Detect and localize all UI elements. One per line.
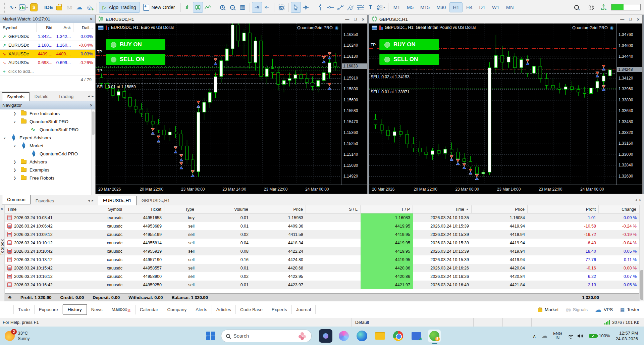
taskbar-app-chrome[interactable] — [391, 329, 405, 343]
buy-on-button[interactable]: BUY ON — [106, 39, 165, 50]
vertical-line-tool-button[interactable] — [315, 2, 325, 13]
cloud-button[interactable]: ☁ — [74, 2, 85, 13]
new-chart-button[interactable]: ∿▾ — [8, 2, 18, 13]
screenshot-button[interactable] — [276, 2, 286, 13]
language-indicator[interactable]: ENGIN — [553, 332, 562, 340]
timeframe-w1[interactable]: W1 — [489, 3, 502, 12]
history-column-header-change[interactable]: Change — [599, 205, 639, 213]
tab-symbols[interactable]: Symbols — [2, 92, 30, 101]
deposit-button[interactable]: $ — [29, 2, 39, 13]
new-order-button[interactable]: New Order — [140, 2, 178, 13]
history-row[interactable]: 2026.03.24 10:10:42xauusdc44955919sell0.… — [5, 247, 639, 255]
column-header[interactable]: Symbol — [0, 25, 36, 30]
timeframe-h4[interactable]: H4 — [463, 3, 476, 12]
expand-icon[interactable]: ❯ — [13, 168, 16, 172]
chart-tab-eurusdc,h1[interactable]: EURUSDc,H1 — [98, 196, 137, 205]
timeframe-m5[interactable]: M5 — [404, 3, 417, 12]
toolbox-tab-mailbox[interactable]: Mailbox11 — [107, 305, 136, 315]
level-up-button[interactable]: ⇧LVL — [601, 5, 606, 10]
taskbar-clock[interactable]: 12:57 PM24-03-2026 — [616, 330, 638, 342]
timeframe-m1[interactable]: M1 — [390, 3, 403, 12]
toolbox-tab-exposure[interactable]: Exposure — [35, 305, 63, 314]
navigator-item-market[interactable]: ∨Market — [0, 142, 95, 150]
toolbox-tab-experts[interactable]: Experts — [267, 305, 292, 314]
buy-on-button[interactable]: BUY ON — [379, 39, 439, 50]
history-column-header-time[interactable]: Time — [5, 205, 76, 213]
toolbar-grip[interactable] — [4, 2, 6, 13]
timeframe-mn[interactable]: MN — [503, 3, 517, 12]
tab-favorites[interactable]: Favorites — [31, 196, 59, 205]
timeframe-m15[interactable]: M15 — [417, 3, 433, 12]
zoom-out-button[interactable]: − — [227, 2, 237, 13]
panel-button-signals[interactable]: ((•))Signals — [566, 307, 588, 312]
restore-button[interactable]: ❐ — [354, 17, 357, 21]
minimize-button[interactable]: — — [345, 17, 349, 22]
expand-icon[interactable]: ❯ — [13, 112, 16, 115]
navigator-item-quantumstuff-pro[interactable]: ∿QuantumStuff PRO — [0, 126, 95, 134]
history-row[interactable]: 2026.03.24 10:06:42xauusdc44953689sell0.… — [5, 222, 639, 230]
close-icon[interactable]: × — [90, 16, 93, 22]
history-row[interactable]: 2026.03.24 10:10:12xauusdc44955814sell0.… — [5, 239, 639, 247]
close-icon[interactable]: × — [1, 207, 3, 211]
history-column-header-ticket[interactable]: Ticket — [125, 205, 164, 213]
column-header[interactable]: Dail... — [73, 23, 95, 32]
chart-profiles-button[interactable]: ▾ — [18, 2, 29, 13]
history-column-header-price[interactable]: Price — [251, 205, 306, 213]
navigator-item-expert-advisors[interactable]: ∨Expert Advisors — [0, 134, 95, 142]
algo-trading-button[interactable]: ▷Algo Trading — [99, 2, 140, 13]
toolbox-tab-news[interactable]: News — [87, 305, 107, 314]
taskbar-app-metatrader5[interactable] — [428, 329, 441, 343]
history-row[interactable]: 2026.03.24 10:16:12xauusdc44958900sell0.… — [5, 272, 639, 281]
battery-indicator[interactable]: 100% — [589, 333, 610, 338]
history-column-header-type[interactable]: Type — [164, 205, 197, 213]
toolbox-tab-articles[interactable]: Articles — [212, 305, 236, 314]
toolbox-tab-journal[interactable]: Journal — [292, 305, 316, 314]
toolbox-tab-calendar[interactable]: Calendar — [136, 305, 163, 314]
chart-shift-button[interactable]: ⇤ — [262, 2, 272, 13]
onedrive-icon[interactable]: ☁ — [542, 332, 547, 339]
panel-button-vps[interactable]: ☁VPS — [595, 306, 613, 313]
tab-scroll-arrows[interactable]: ◂▸ — [88, 198, 94, 203]
sell-on-button[interactable]: SELL ON — [379, 54, 439, 65]
channel-tool-button[interactable] — [345, 2, 356, 13]
panel-button-market[interactable]: Market — [538, 307, 558, 312]
taskbar-app-edge[interactable] — [355, 329, 369, 343]
metaeditor-button[interactable]: IDE — [43, 2, 54, 13]
tab-common[interactable]: Common — [2, 195, 31, 204]
restore-button[interactable]: ❐ — [629, 17, 632, 21]
tab-details[interactable]: Details — [30, 92, 53, 101]
history-row[interactable]: 2026.03.24 10:09:12xauusdc44955199sell0.… — [5, 230, 639, 239]
timeframe-h1[interactable]: H1 — [449, 2, 463, 12]
panel-button-tester[interactable]: ▦Tester — [620, 307, 639, 312]
navigator-item-examples[interactable]: ❯Examples — [0, 166, 95, 174]
wifi-volume-icons[interactable] — [568, 333, 584, 339]
chart-plot-eurusd[interactable]: TPTPSELL 0.01 at 1.15859EURUSDc, H1: Eur… — [96, 23, 341, 185]
minimize-button[interactable]: — — [620, 17, 624, 22]
column-header[interactable]: Bid — [36, 23, 55, 32]
market-watch-row[interactable]: ↗GBPUSDc1.342...1.342...0.00% — [0, 32, 95, 41]
history-row[interactable]: 2026.03.24 10:16:42xauusdc44959250sell0.… — [5, 281, 639, 289]
toolbox-tab-company[interactable]: Company — [163, 305, 192, 314]
market-watch-row[interactable]: ↘XAUUSDc4409....4409....0.03% — [0, 50, 95, 58]
taskbar-search[interactable]: Search — [221, 330, 312, 342]
chart-tab-scroll-arrows[interactable]: ◂▸ — [635, 198, 641, 202]
toolbox-tab-code-base[interactable]: Code Base — [236, 305, 267, 314]
profile-selector[interactable]: Default — [352, 318, 402, 327]
toolbox-tab-alerts[interactable]: Alerts — [191, 305, 212, 314]
candlestick-mode-button[interactable] — [193, 2, 203, 13]
sell-on-button[interactable]: SELL ON — [106, 54, 165, 65]
chart-window-titlebar[interactable]: GBPUSDc,H1—❐× — [369, 15, 642, 23]
taskbar-app-copilot[interactable] — [337, 329, 351, 343]
crosshair-tool-button[interactable] — [301, 2, 311, 13]
taskbar-app-remote-desktop[interactable] — [410, 329, 423, 343]
market-watch-row[interactable]: ↘AUDUSDc0.698...0.699...-0.26% — [0, 58, 95, 67]
taskbar-app-file-explorer[interactable] — [373, 329, 387, 343]
toolbox-tab-trade[interactable]: Trade — [13, 305, 35, 314]
bar-chart-mode-button[interactable] — [183, 2, 193, 13]
history-row[interactable]: 2026.03.24 10:03:41eurusdc44951658buy0.0… — [5, 213, 639, 222]
community-button[interactable]: ◎ — [85, 2, 95, 13]
history-column-header-time[interactable]: Time▲ — [413, 205, 472, 213]
history-column-header-s-l[interactable]: S / L — [306, 205, 361, 213]
close-icon[interactable]: × — [90, 103, 93, 108]
navigator-item-free-indicators[interactable]: ❯Free Indicators — [0, 109, 95, 117]
